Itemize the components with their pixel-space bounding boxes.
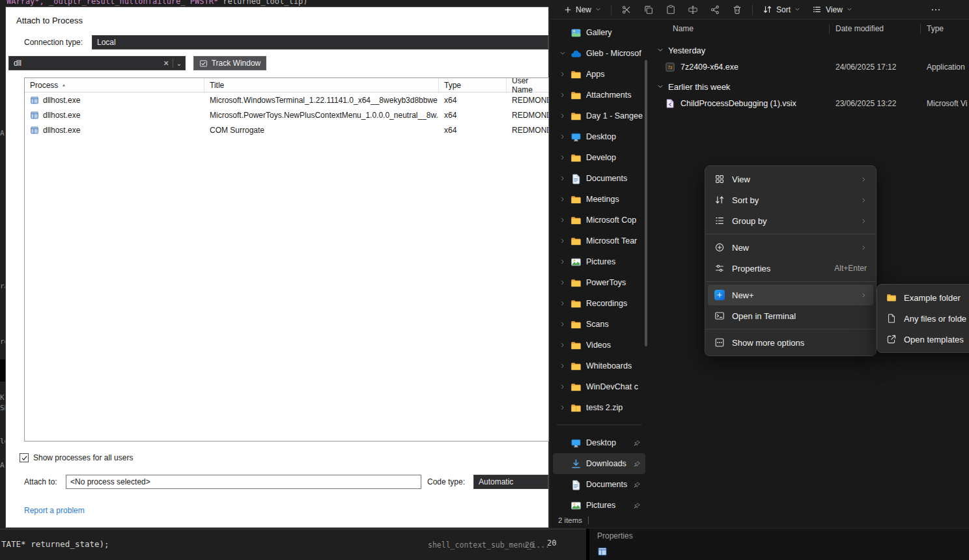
chevron-right-icon[interactable] <box>559 363 566 369</box>
sidebar-item-videos[interactable]: Videos <box>553 335 645 356</box>
connection-type-combobox[interactable]: Local <box>92 35 548 49</box>
sidebar-item-powertoys[interactable]: PowerToys <box>553 272 645 293</box>
context-menu-item-show-more-options[interactable]: Show more options <box>708 332 873 353</box>
context-menu-item-group-by[interactable]: Group by <box>708 210 873 231</box>
share-button[interactable] <box>704 2 726 18</box>
status-bar-divider <box>588 516 589 524</box>
track-window-button[interactable]: Track Window <box>193 56 266 70</box>
chevron-right-icon[interactable] <box>559 404 566 411</box>
sidebar-item-apps[interactable]: Apps <box>553 64 645 85</box>
process-row[interactable]: dllhost.exe Microsoft.WindowsTerminal_1.… <box>25 92 548 107</box>
terminal-icon <box>714 311 725 321</box>
column-header-name[interactable]: Name <box>649 24 829 33</box>
show-all-users-checkbox[interactable] <box>20 453 29 462</box>
sort-button[interactable]: Sort <box>757 2 806 17</box>
chevron-right-icon[interactable] <box>559 300 566 307</box>
sidebar-item-gallery[interactable]: Gallery <box>553 22 645 43</box>
column-header-title[interactable]: Title <box>204 78 439 92</box>
cut-button[interactable] <box>615 2 638 18</box>
sidebar-item-pictures[interactable]: Pictures <box>553 251 645 272</box>
process-row[interactable]: dllhost.exe COM Surrogate x64 REDMOND <box>25 122 548 137</box>
process-filter-input[interactable] <box>9 59 160 68</box>
show-all-users-row: Show processes for all users <box>20 453 133 462</box>
clear-filter-icon[interactable]: ✕ <box>160 59 173 68</box>
grid-view-icon <box>714 174 725 184</box>
attach-to-field[interactable] <box>66 475 421 489</box>
chevron-right-icon[interactable] <box>559 259 566 265</box>
sidebar-item-microsoft-teams[interactable]: Microsoft Tear <box>553 231 645 251</box>
copy-button[interactable] <box>638 2 660 18</box>
sidebar-pinned-downloads[interactable]: Downloads <box>553 453 645 474</box>
sidebar-pinned-documents[interactable]: Documents <box>553 474 645 495</box>
chevron-right-icon[interactable] <box>559 384 566 390</box>
sort-button-label: Sort <box>776 5 791 14</box>
column-header-process[interactable]: Process <box>25 78 204 92</box>
group-header-yesterday[interactable]: Yesterday <box>649 42 969 59</box>
group-header-earlier-this-week[interactable]: Earlier this week <box>649 78 969 95</box>
chevron-right-icon[interactable] <box>559 321 566 328</box>
chevron-right-icon[interactable] <box>559 342 566 348</box>
submenu-item-example-folder[interactable]: Example folder <box>880 287 969 308</box>
column-header-date-modified[interactable]: Date modified <box>830 24 920 33</box>
sidebar-item-whiteboards[interactable]: Whiteboards <box>553 356 645 376</box>
sidebar-item-documents[interactable]: Documents <box>553 168 645 189</box>
code-type-combobox[interactable]: Automatic <box>473 475 548 489</box>
sidebar-separator <box>557 425 641 425</box>
sidebar-item-scans[interactable]: Scans <box>553 314 645 335</box>
view-button[interactable]: View <box>806 2 858 17</box>
context-menu-item-sort-by[interactable]: Sort by <box>708 189 873 210</box>
process-row[interactable]: dllhost.exe Microsoft.PowerToys.NewPlusC… <box>25 107 548 122</box>
column-header-type[interactable]: Type <box>439 78 507 92</box>
rename-button[interactable] <box>682 2 704 18</box>
scissors-icon <box>621 5 632 15</box>
editor-status-number: 26 <box>525 540 534 550</box>
file-row-childprocessdebugging[interactable]: ChildProcessDebugging (1).vsix 23/06/202… <box>649 95 969 112</box>
file-row-7z2409[interactable]: 7z 7z2409-x64.exe 24/06/2025 17:12 Appli… <box>649 59 969 76</box>
filter-dropdown-icon[interactable]: ⌄ <box>173 60 185 67</box>
context-menu-item-view[interactable]: View <box>708 169 873 189</box>
chevron-right-icon[interactable] <box>559 238 566 244</box>
sidebar-item-windevchat[interactable]: WinDevChat c <box>553 376 645 397</box>
chevron-right-icon[interactable] <box>559 113 566 119</box>
chevron-right-icon[interactable] <box>559 71 566 77</box>
see-more-button[interactable] <box>925 2 947 18</box>
folder-icon <box>570 361 582 372</box>
folder-icon <box>570 90 582 101</box>
submenu-item-any-files[interactable]: Any files or folde <box>880 308 969 329</box>
context-menu-item-open-in-terminal[interactable]: Open in Terminal <box>708 305 873 326</box>
sidebar-item-develop[interactable]: Develop <box>553 147 645 168</box>
column-header-type[interactable]: Type <box>921 24 969 33</box>
chevron-right-icon[interactable] <box>559 217 566 223</box>
menu-separator <box>706 281 875 282</box>
column-header-user-name[interactable]: User Name <box>507 78 548 92</box>
chevron-right-icon[interactable] <box>559 279 566 286</box>
track-window-label: Track Window <box>212 59 261 68</box>
sidebar-item-tests-zip[interactable]: tests 2.zip <box>553 397 645 418</box>
track-window-icon <box>199 59 208 68</box>
copy-icon <box>643 5 654 15</box>
chevron-right-icon[interactable] <box>559 154 566 161</box>
sidebar-item-desktop[interactable]: Desktop <box>553 126 645 147</box>
chevron-right-icon[interactable] <box>559 133 566 140</box>
sidebar-item-onedrive[interactable]: Gleb - Microsof <box>553 43 645 64</box>
submenu-item-open-templates[interactable]: Open templates <box>880 329 969 350</box>
chevron-right-icon[interactable] <box>559 92 566 98</box>
context-menu-item-new[interactable]: New <box>708 237 873 258</box>
sidebar-item-attachments[interactable]: Attachments <box>553 85 645 105</box>
sidebar-pinned-desktop[interactable]: Desktop <box>553 432 645 453</box>
sidebar-item-recordings[interactable]: Recordings <box>553 293 645 314</box>
sidebar-pinned-pictures[interactable]: Pictures <box>553 495 645 513</box>
sidebar-item-day1[interactable]: Day 1 - Sangee <box>553 105 645 126</box>
chevron-right-icon[interactable] <box>559 175 566 182</box>
report-a-problem-link[interactable]: Report a problem <box>24 506 85 515</box>
new-button[interactable]: New <box>558 3 607 17</box>
chevron-down-icon[interactable] <box>559 50 566 57</box>
paste-button[interactable] <box>660 2 682 18</box>
delete-button[interactable] <box>726 2 748 18</box>
sidebar-scrollbar[interactable] <box>645 60 647 346</box>
sidebar-item-meetings[interactable]: Meetings <box>553 189 645 210</box>
context-menu-item-properties[interactable]: PropertiesAlt+Enter <box>708 258 873 279</box>
context-menu-item-new-plus[interactable]: New+ <box>708 285 873 305</box>
chevron-right-icon[interactable] <box>559 196 566 203</box>
sidebar-item-microsoft-copilot[interactable]: Microsoft Cop <box>553 210 645 231</box>
